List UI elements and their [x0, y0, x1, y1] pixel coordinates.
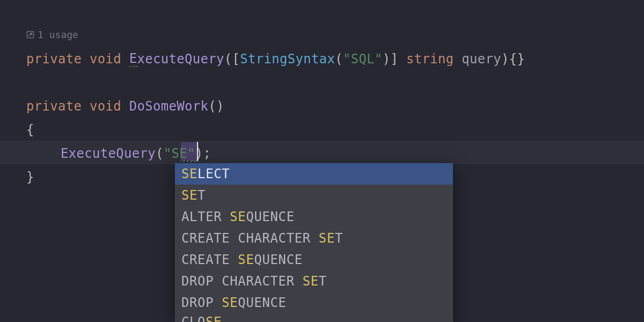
code-line-2-blank [0, 71, 644, 94]
code-line-4: { [0, 118, 644, 142]
codelens-usage[interactable]: 1 usage [26, 29, 78, 40]
completion-item-2[interactable]: SET [175, 185, 453, 206]
attribute-name: StringSyntax [240, 52, 335, 67]
keyword-void: void [90, 52, 121, 67]
code-line-5: ExecuteQuery("SE"); [0, 142, 644, 165]
syntax-squiggle [180, 160, 199, 162]
code-line-3: private void DoSomeWork() [0, 94, 644, 118]
completion-item-5[interactable]: CREATE SEQUENCE [175, 249, 453, 270]
keyword-string: string [406, 52, 454, 67]
completion-popup[interactable]: SELECT SET ALTER SEQUENCE CREATE CHARACT… [175, 163, 453, 322]
code-line-1: private void ExecuteQuery([StringSyntax(… [0, 47, 644, 71]
keyword-private: private [26, 52, 82, 67]
completion-item-3[interactable]: ALTER SEQUENCE [175, 206, 453, 228]
method-call: ExecuteQuery [61, 146, 156, 161]
parameter-name: query [462, 52, 501, 67]
attribute-arg: "SQL" [343, 52, 383, 67]
text-cursor [197, 142, 198, 161]
completion-item-8-partial[interactable]: CLOSE [175, 313, 453, 322]
completion-item-4[interactable]: CREATE CHARACTER SET [175, 228, 453, 249]
code-editor[interactable]: private void ExecuteQuery([StringSyntax(… [0, 0, 644, 189]
completion-item-6[interactable]: DROP CHARACTER SET [175, 270, 453, 292]
completion-item-7[interactable]: DROP SEQUENCE [175, 292, 453, 313]
method-name: E [129, 51, 137, 67]
typed-sql-text: SE [172, 146, 188, 161]
arrow-out-icon [26, 31, 34, 39]
codelens-label: 1 usage [38, 29, 78, 40]
method-name: DoSomeWork [129, 99, 209, 114]
completion-item-1[interactable]: SELECT [175, 163, 453, 185]
